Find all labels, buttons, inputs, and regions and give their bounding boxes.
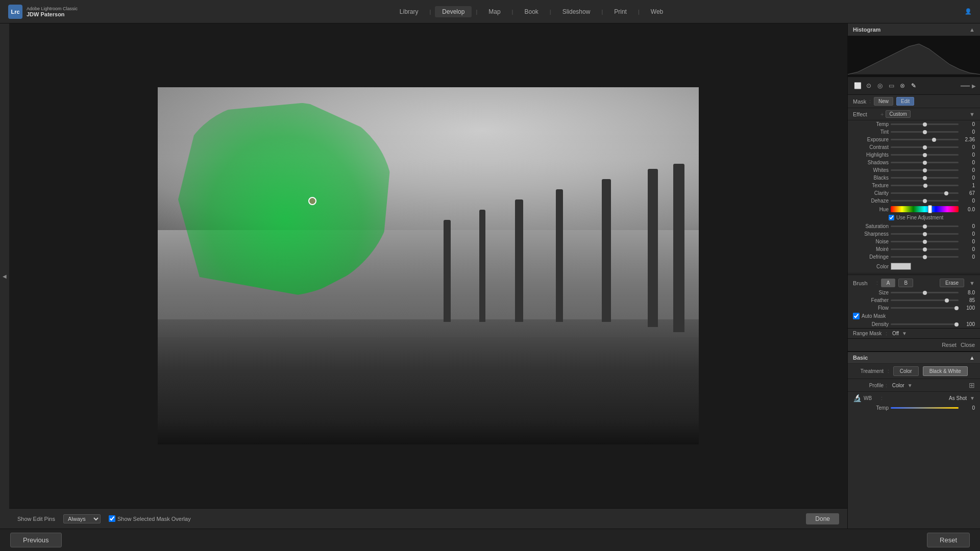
temp-slider[interactable]	[891, 123, 959, 125]
auto-mask-row: Auto Mask	[848, 312, 980, 320]
temp-gradient	[891, 407, 959, 409]
brush-flow-slider[interactable]	[891, 307, 959, 309]
hue-row: Hue 0.0	[848, 205, 980, 214]
spot-heal-icon[interactable]: ⊙	[863, 80, 874, 91]
highlights-label: Highlights	[853, 152, 889, 158]
nav-web[interactable]: Web	[644, 6, 670, 17]
brush-icon[interactable]: ✎	[908, 80, 919, 91]
brush-density-slider[interactable]	[891, 323, 959, 325]
post-4	[556, 189, 563, 322]
previous-button[interactable]: Previous	[10, 533, 62, 547]
rocks-layer	[158, 319, 699, 444]
profile-label: Profile	[853, 383, 884, 388]
nav-sep-6: |	[638, 6, 640, 17]
nav-map[interactable]: Map	[481, 6, 507, 17]
exposure-slider[interactable]	[891, 139, 959, 140]
blacks-slider[interactable]	[891, 177, 959, 179]
contrast-slider[interactable]	[891, 146, 959, 148]
user-name: JDW Paterson	[27, 11, 78, 17]
highlights-slider[interactable]	[891, 154, 959, 156]
hue-thumb[interactable]	[928, 205, 932, 213]
radial-filter-icon[interactable]: ⊗	[897, 80, 908, 91]
wb-dropdown-icon[interactable]: ▼	[970, 395, 975, 401]
edit-mask-button[interactable]: Edit	[896, 97, 914, 106]
contrast-slider-row: Contrast 0	[848, 143, 980, 151]
redeye-icon[interactable]: ◎	[874, 80, 886, 91]
tint-slider[interactable]	[891, 131, 959, 133]
noise-slider[interactable]	[891, 241, 959, 242]
whites-slider-row: Whites 0	[848, 166, 980, 174]
mask-row: Mask : New Edit	[848, 95, 980, 108]
nav-library[interactable]: Library	[393, 6, 426, 17]
post-5	[602, 179, 611, 322]
graduated-filter-icon[interactable]: ▭	[886, 80, 897, 91]
reset-button[interactable]: Reset	[942, 342, 957, 348]
fine-adjustment-checkbox[interactable]	[889, 215, 894, 220]
post-6	[648, 169, 658, 327]
range-mask-label: Range Mask	[853, 331, 881, 336]
crop-icon[interactable]: ⬜	[852, 80, 863, 91]
tint-label: Tint	[853, 129, 889, 135]
brush-flow-label: Flow	[853, 305, 889, 311]
highlights-slider-row: Highlights 0	[848, 151, 980, 159]
shadows-slider[interactable]	[891, 162, 959, 163]
hsl-icon: ━━━	[961, 83, 970, 89]
brush-pin[interactable]	[308, 197, 316, 205]
range-mask-dropdown-icon[interactable]: ▼	[902, 331, 907, 336]
erase-button[interactable]: Erase	[940, 279, 964, 287]
close-button[interactable]: Close	[961, 342, 975, 348]
auto-mask-label[interactable]: Auto Mask	[862, 313, 886, 319]
temp-bottom-row: Temp 0	[848, 404, 980, 412]
brush-size-slider[interactable]	[891, 292, 959, 293]
moire-slider[interactable]	[891, 248, 959, 250]
effect-expand-arrow: ▼	[969, 111, 975, 117]
defringe-slider[interactable]	[891, 256, 959, 258]
clarity-value: 67	[961, 190, 975, 196]
brush-tab-b[interactable]: B	[898, 279, 913, 287]
sharpness-slider[interactable]	[891, 233, 959, 235]
profile-dropdown-icon[interactable]: ▼	[908, 383, 913, 388]
brush-tab-a[interactable]: A	[881, 279, 896, 287]
nav-print[interactable]: Print	[607, 6, 634, 17]
treatment-color-button[interactable]: Color	[893, 366, 919, 376]
clarity-slider[interactable]	[891, 192, 959, 194]
dehaze-slider[interactable]	[891, 200, 959, 202]
moire-slider-row: Moiré 0	[848, 245, 980, 253]
basic-title: Basic	[853, 355, 868, 361]
post-2	[479, 210, 485, 322]
right-panel-collapse[interactable]: ▶	[972, 83, 976, 89]
histogram-area	[848, 36, 980, 77]
whites-slider[interactable]	[891, 169, 959, 171]
histogram-title: Histogram	[853, 27, 880, 33]
color-swatch[interactable]	[891, 263, 911, 270]
hue-gradient[interactable]	[891, 206, 959, 212]
brush-label: Brush	[853, 280, 873, 286]
brush-feather-slider[interactable]	[891, 299, 959, 301]
left-panel-toggle[interactable]: ◀	[0, 23, 9, 529]
show-edit-pins-select[interactable]: Always Never Selected	[63, 514, 101, 523]
nav-develop[interactable]: Develop	[435, 6, 472, 17]
saturation-slider[interactable]	[891, 226, 959, 227]
fine-adjustment-label[interactable]: Use Fine Adjustment	[896, 215, 943, 220]
new-mask-button[interactable]: New	[874, 97, 893, 106]
nav-slideshow[interactable]: Slideshow	[555, 6, 598, 17]
basic-section-header[interactable]: Basic ▲	[848, 352, 980, 364]
footer-reset-button[interactable]: Reset	[927, 533, 970, 547]
wb-eyedropper-icon[interactable]: 🔬	[853, 394, 862, 402]
profile-grid-icon[interactable]: ⊞	[969, 381, 975, 389]
done-button[interactable]: Done	[806, 513, 839, 524]
wb-row: 🔬 WB : As Shot ▼	[848, 392, 980, 404]
nav-book[interactable]: Book	[517, 6, 545, 17]
treatment-bw-button[interactable]: Black & White	[923, 366, 968, 376]
mask-overlay-checkbox[interactable]	[109, 515, 115, 522]
mask-overlay-label: Show Selected Mask Overlay	[117, 516, 191, 522]
texture-slider[interactable]	[891, 185, 959, 186]
effect-dropdown[interactable]: Custom	[886, 110, 910, 118]
temp-bottom-value: 0	[961, 405, 975, 411]
histogram-collapse-icon[interactable]: ▲	[969, 27, 975, 33]
main-image[interactable]	[158, 87, 699, 444]
logo-text: Lrc	[11, 9, 19, 15]
auto-mask-checkbox[interactable]	[853, 313, 860, 319]
noise-slider-row: Noise 0	[848, 238, 980, 245]
clarity-slider-row: Clarity 67	[848, 189, 980, 197]
